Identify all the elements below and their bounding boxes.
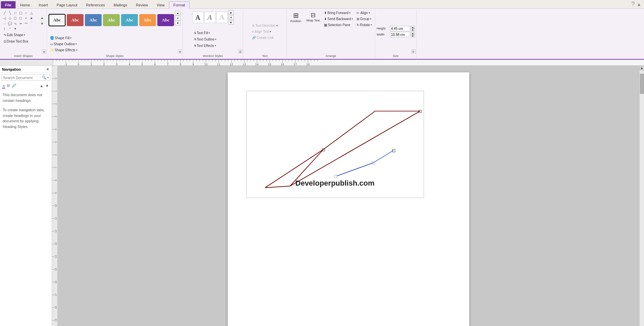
insert-shapes-expand[interactable]: ⊡ bbox=[42, 50, 46, 54]
scroll-up-button[interactable]: ▲ bbox=[640, 66, 644, 70]
triangle-icon[interactable]: △ bbox=[29, 10, 34, 15]
arc-icon[interactable]: ⌒ bbox=[29, 21, 34, 26]
curve-icon[interactable]: ∿ bbox=[13, 21, 18, 26]
shape-style-6[interactable]: Abc bbox=[139, 14, 156, 26]
edit-shape-button[interactable]: ✎ Edit Shape ▾ bbox=[2, 32, 27, 38]
shape-style-5[interactable]: Abc bbox=[121, 14, 138, 26]
styles-scroll-up[interactable]: ▲ bbox=[175, 11, 180, 15]
vertical-scrollbar: ▲ ▼ bbox=[639, 66, 644, 326]
scrollbar-track[interactable] bbox=[640, 70, 644, 326]
callout-icon[interactable]: 💬 bbox=[7, 21, 13, 26]
create-link-button[interactable]: 🔗 Create Link bbox=[250, 35, 275, 41]
handle-3[interactable] bbox=[334, 175, 337, 178]
nav-sort-down[interactable]: ▼ bbox=[45, 83, 50, 88]
group-icon: ⊞ bbox=[357, 17, 359, 21]
arrow-icon[interactable]: → bbox=[2, 21, 7, 26]
diamond-icon[interactable]: ◇ bbox=[7, 15, 13, 21]
tab-home[interactable]: Home bbox=[16, 1, 34, 8]
nav-results-btn[interactable]: 🔎 bbox=[11, 83, 17, 88]
nav-headings-btn[interactable]: ≡ bbox=[2, 83, 5, 88]
tab-file[interactable]: File bbox=[1, 1, 16, 8]
shape-style-1[interactable]: Abc bbox=[49, 14, 65, 26]
align-text-button[interactable]: ≡ Align Text ▾ bbox=[250, 29, 273, 35]
wordart-3[interactable]: A bbox=[216, 12, 228, 23]
shape-style-7[interactable]: Abc bbox=[157, 14, 174, 26]
wrap-text-button[interactable]: ⊟ Wrap Text bbox=[304, 10, 322, 23]
tab-format[interactable]: Format bbox=[169, 1, 190, 9]
position-button[interactable]: ⊞ Position bbox=[288, 10, 304, 24]
freeform-icon[interactable]: ✏ bbox=[18, 21, 23, 26]
text-outline-button[interactable]: 𝐀 Text Outline ▾ bbox=[192, 36, 218, 42]
nav-header-buttons: ✕ bbox=[46, 67, 50, 71]
tab-mailings[interactable]: Mailings bbox=[109, 1, 131, 8]
line2-icon[interactable]: ╲ bbox=[7, 10, 13, 15]
shape-style-4[interactable]: Abc bbox=[103, 14, 120, 26]
text-group-label: Text bbox=[243, 54, 286, 58]
rotate-button[interactable]: ↻ Rotate ▾ bbox=[355, 22, 373, 28]
ribbon: ╱ ╲ □ ▢ ○ △ ◁ ◇ ⬠ ⬡ + ★ → 💬 ∿ bbox=[0, 9, 644, 60]
group-button[interactable]: ⊞ Group ▾ bbox=[355, 16, 373, 22]
plus-icon[interactable]: + bbox=[23, 15, 29, 21]
tab-page-layout[interactable]: Page Layout bbox=[52, 1, 82, 8]
shape-effects-button[interactable]: ✨ Shape Effects ▾ bbox=[48, 47, 79, 53]
help-icon[interactable]: ? bbox=[631, 1, 635, 8]
star5-icon[interactable]: ★ bbox=[29, 15, 34, 21]
line-icon[interactable]: ╱ bbox=[2, 10, 7, 15]
tab-review[interactable]: Review bbox=[131, 1, 152, 8]
shape-style-3[interactable]: Abc bbox=[85, 14, 102, 26]
width-down[interactable]: ▼ bbox=[411, 35, 415, 37]
shape-outline-button[interactable]: ▭ Shape Outline ▾ bbox=[48, 41, 79, 47]
oval-icon[interactable]: ○ bbox=[23, 10, 29, 15]
tab-references[interactable]: References bbox=[82, 1, 109, 8]
wordart-1[interactable]: A bbox=[192, 12, 204, 23]
shapes-scroll-down[interactable]: ▼ bbox=[40, 21, 45, 26]
height-up[interactable]: ▲ bbox=[411, 26, 415, 28]
search-input[interactable] bbox=[3, 76, 41, 80]
text-fill-button[interactable]: 𝐀 Text Fill ▾ bbox=[192, 30, 218, 36]
shape6-icon[interactable]: ⌃ bbox=[7, 26, 13, 31]
more-shapes-icon[interactable]: ▼ bbox=[13, 26, 18, 31]
tab-view[interactable]: View bbox=[152, 1, 169, 8]
nav-close-button[interactable]: ✕ bbox=[46, 67, 50, 71]
text-group: ⇅ Text Direction ▾ ≡ Align Text ▾ 🔗 Crea… bbox=[243, 9, 287, 58]
minimize-ribbon-icon[interactable]: ▲ bbox=[637, 2, 641, 7]
width-input[interactable] bbox=[390, 32, 410, 37]
text-direction-button[interactable]: ⇅ Text Direction ▾ bbox=[250, 23, 279, 28]
search-dropdown-icon[interactable]: ▾ bbox=[47, 76, 49, 79]
align-button[interactable]: ⊨ Align ▾ bbox=[355, 10, 373, 16]
size-expand[interactable]: ⊡ bbox=[412, 50, 416, 54]
selection-pane-button[interactable]: ▦ Selection Pane bbox=[322, 22, 355, 28]
rect-icon[interactable]: □ bbox=[13, 10, 18, 15]
shape-format-btns: 🪣 Shape Fill ▾ ▭ Shape Outline ▾ ✨ Shape… bbox=[48, 35, 79, 53]
height-down[interactable]: ▼ bbox=[411, 28, 415, 31]
nav-sort-up[interactable]: ▲ bbox=[39, 83, 44, 88]
wordart-scroll-up[interactable]: ▲ bbox=[228, 10, 234, 15]
wordart-scroll-down[interactable]: ▼ bbox=[228, 20, 234, 25]
rounded-rect-icon[interactable]: ▢ bbox=[18, 10, 23, 15]
hexagon-icon[interactable]: ⬡ bbox=[18, 15, 23, 21]
shape-style-2[interactable]: Abc bbox=[67, 14, 84, 26]
scrollbar-thumb[interactable] bbox=[640, 74, 644, 94]
width-up[interactable]: ▲ bbox=[411, 32, 415, 35]
nav-pages-btn[interactable]: ⊟ bbox=[6, 83, 10, 88]
shape-fill-button[interactable]: 🪣 Shape Fill ▾ bbox=[48, 35, 79, 41]
scribble-icon[interactable]: 〜 bbox=[23, 21, 29, 26]
pentagon-icon[interactable]: ⬠ bbox=[13, 15, 18, 21]
wordart-styles-expand[interactable]: ⊡ bbox=[238, 50, 242, 54]
wordart-scroll-open[interactable]: ▾ bbox=[228, 15, 234, 20]
wordart-2[interactable]: A bbox=[204, 12, 216, 23]
shape-styles-expand[interactable]: ⊡ bbox=[178, 50, 182, 54]
styles-scroll-open[interactable]: ▾ bbox=[175, 16, 180, 20]
tab-insert[interactable]: Insert bbox=[34, 1, 52, 8]
bring-forward-button[interactable]: ⬆ Bring Forward ▾ bbox=[322, 10, 355, 16]
document-scroll-area[interactable]: Developerpublish.com bbox=[57, 66, 639, 326]
height-input[interactable] bbox=[390, 26, 410, 31]
search-icon[interactable]: 🔍 bbox=[42, 75, 47, 80]
shape5-icon[interactable]: ⌇ bbox=[2, 26, 7, 31]
styles-scroll-down[interactable]: ▼ bbox=[175, 21, 180, 25]
text-effects-button[interactable]: 𝐀 Text Effects ▾ bbox=[192, 43, 218, 49]
draw-text-box-button[interactable]: ⊡ Draw Text Box bbox=[2, 39, 30, 44]
rtriangle-icon[interactable]: ◁ bbox=[2, 15, 7, 21]
send-backward-button[interactable]: ⬇ Send Backward ▾ bbox=[322, 16, 355, 22]
shapes-scroll-up[interactable]: ▲ bbox=[40, 15, 45, 21]
